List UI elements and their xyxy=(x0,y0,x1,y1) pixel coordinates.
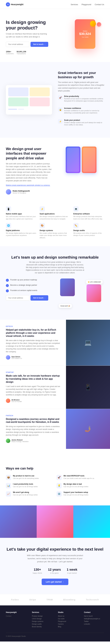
mockup-card-green xyxy=(8,98,28,106)
team-left: ✓ Founder up your product roadmap ✓ Beco… xyxy=(6,278,53,300)
footer-link-1-4[interactable]: Blog xyxy=(58,626,78,628)
team-feature-0: ✓ Founder up your product roadmap xyxy=(6,278,53,282)
footer-link-2-0[interactable]: Get in touch xyxy=(84,615,104,617)
feature-item-2: ⚡ Scale your product Create a design sys… xyxy=(58,119,104,129)
way-icon-3: 💡 xyxy=(56,483,62,488)
case-author-0: Sam Simon CEO Edtech Co. xyxy=(6,355,60,360)
design-left: We design great user interfaces that emp… xyxy=(6,146,52,194)
cap-icon-2: 💻 xyxy=(73,206,79,212)
footer: Heavyweight Contact Services Product des… xyxy=(0,606,110,642)
footer-link-0-0[interactable]: Product design xyxy=(32,615,52,617)
hero-subtitle: Create an interface that thrives value b… xyxy=(6,32,47,38)
gallery-img-3 xyxy=(73,506,110,538)
gallery-img-1 xyxy=(0,506,37,538)
design-link[interactable]: Making great experiences seemingly simpl… xyxy=(6,184,52,186)
footer-link-2-3[interactable]: LinkedIn xyxy=(84,623,104,625)
mockup-row-1 xyxy=(8,88,50,96)
case-text-0: EDTECH Helped get stakeholder buy-in, fo… xyxy=(0,320,66,366)
footer-link-0-1[interactable]: UX/UI Design xyxy=(32,618,52,620)
way-title-1: We need MVPASAP tools xyxy=(63,475,95,477)
footer-col-links-0: Product design UX/UI Design Design syste… xyxy=(32,615,52,628)
navigation: H Heavyweight Services Playground Contac… xyxy=(0,0,110,9)
case-title-2: Designed a seamless journey across digit… xyxy=(6,418,60,424)
cap-desc-2: We design products that help enterprise … xyxy=(73,216,104,220)
case-title-0: Helped get stakeholder buy-in, for an Ed… xyxy=(6,328,60,338)
case-title-1: Made cats talk, for an innovate hardware… xyxy=(6,374,60,384)
cap-icon-3: 🌐 xyxy=(6,223,11,228)
feature-list: 🚀 Drive productivity Numbers of our work… xyxy=(58,95,104,129)
case-desc-0: We were able to help get stakeholder des… xyxy=(6,339,60,353)
hero-stat-customers: 150k+ Customers xyxy=(6,50,14,54)
team-subtitle: We take your business from great ambitio… xyxy=(26,261,84,274)
team-feature-text-2: Founders at venture capital events xyxy=(10,289,37,292)
trust-logo-3: Bloomberg xyxy=(63,598,75,601)
footer-link-1-0[interactable]: About us xyxy=(58,615,78,617)
author-card: Robin Hollingsworth Senior UI Designer xyxy=(6,189,52,194)
cta-stat-value-1: 12 years xyxy=(48,568,61,572)
team-email-input[interactable] xyxy=(6,295,29,300)
case-image-1: 📱 xyxy=(66,366,110,409)
case-item-1: STARTUP Made cats talk, for an innovate … xyxy=(0,366,110,409)
design-title: We design great user interfaces that emp… xyxy=(6,146,52,160)
cap-title-0: Native mobile apps xyxy=(6,213,37,215)
logo-text: Heavyweight xyxy=(11,3,23,6)
email-input[interactable] xyxy=(6,42,29,47)
great-title: Great interfaces set your business up fo… xyxy=(58,71,104,79)
case-author-info-2: Janine Roland Head of Design, Heineken xyxy=(11,439,29,442)
way-desc-0: Can we get it to do everything better. xyxy=(13,477,39,480)
way-text-3: My design data is bad Can we get it to d… xyxy=(63,483,89,488)
decoration-circle-2 xyxy=(97,22,101,27)
way-item-4: 📈 We aren't get along Can we get it to d… xyxy=(6,491,54,496)
hero-cta-button[interactable]: Get in touch → xyxy=(31,42,48,47)
team-bubble-1: 👋 Let's collaborate! xyxy=(86,280,103,284)
ways-section: Ways we can help 📦 My product is hard to… xyxy=(0,458,110,506)
hero-stat-transactions: 50,001,156 Transactions xyxy=(17,50,26,54)
feature-text-2: Scale your product Create a design syste… xyxy=(64,119,104,129)
footer-copyright: © 2023 Heavyweight Studio xyxy=(6,635,26,637)
case-img-icon-2: 🤳 xyxy=(66,409,110,449)
nav-link-playground[interactable]: Playground xyxy=(82,4,91,6)
nav-link-services[interactable]: Services xyxy=(71,4,78,6)
feature-title-1: Increase confidence xyxy=(64,107,104,109)
cap-title-4: Design systems xyxy=(40,230,70,232)
cap-title-3: Digital platforms xyxy=(6,230,37,232)
way-desc-4: Can we get it to do all things better. xyxy=(13,494,38,496)
case-author-2: Janine Roland Head of Design, Heineken xyxy=(6,438,60,443)
footer-col-1: Studio About us Our work Playground Care… xyxy=(58,611,78,628)
footer-link-2-1[interactable]: hello@heavyweight.co xyxy=(84,618,104,620)
trust-logos: Forbes Stripe TPAM Bloomberg Techcrunch xyxy=(6,598,104,601)
footer-link-1-2[interactable]: Playground xyxy=(58,620,78,622)
footer-bottom: © 2023 Heavyweight Studio xyxy=(6,633,104,637)
author-avatar xyxy=(6,189,11,194)
cap-title-2: Enterprise software xyxy=(73,213,104,215)
way-desc-1: Can you build a web and mobile app for u… xyxy=(63,477,95,480)
feature-icon-2: ⚡ xyxy=(58,119,63,124)
way-icon-4: 📈 xyxy=(6,491,11,496)
cap-desc-5: We analyse and refine of aspects of the … xyxy=(73,232,104,237)
case-avatar-2 xyxy=(6,438,10,443)
footer-col-2: Contact Get in touch hello@heavyweight.c… xyxy=(84,611,104,628)
cta-button[interactable]: Let's get started → xyxy=(42,578,68,585)
case-img-icon-1: 📱 xyxy=(66,366,110,409)
team-cta-button[interactable]: Get in touch → xyxy=(31,295,48,300)
cta-stat-label-1: in the game xyxy=(50,572,58,574)
team-feature-text-0: Founder up your product roadmap xyxy=(10,278,37,281)
case-tag-1: STARTUP xyxy=(6,372,60,373)
case-author-title-2: Head of Design, Heineken xyxy=(11,441,29,442)
footer-link-1-3[interactable]: Careers xyxy=(58,623,78,625)
cap-item-1: ⚡ SaaS applications We design enterprise… xyxy=(40,206,70,220)
nav-link-contact[interactable]: Contact Us xyxy=(95,4,104,6)
footer-link-0-2[interactable]: Design systems xyxy=(32,620,52,622)
footer-link-0-4[interactable]: Brand identity xyxy=(32,626,52,628)
mockup-row-2 xyxy=(8,98,50,106)
footer-link-0-3[interactable]: Design audits xyxy=(32,623,52,625)
footer-link-2-2[interactable]: Twitter xyxy=(84,620,104,622)
feature-title-0: Drive productivity xyxy=(64,95,104,97)
cta-stat-label-2: to get started xyxy=(67,572,77,574)
cta-stat-label-0: happy clients xyxy=(33,572,42,574)
footer-link-1-1[interactable]: Our work xyxy=(58,618,78,620)
way-item-5: ⚙️ Support your hardware setup Can we ge… xyxy=(56,491,104,496)
decoration-circle-1 xyxy=(90,21,96,27)
author-name: Robin Hollingsworth xyxy=(13,190,30,192)
feature-desc-0: Numbers of our work in companies worldwi… xyxy=(64,98,104,102)
